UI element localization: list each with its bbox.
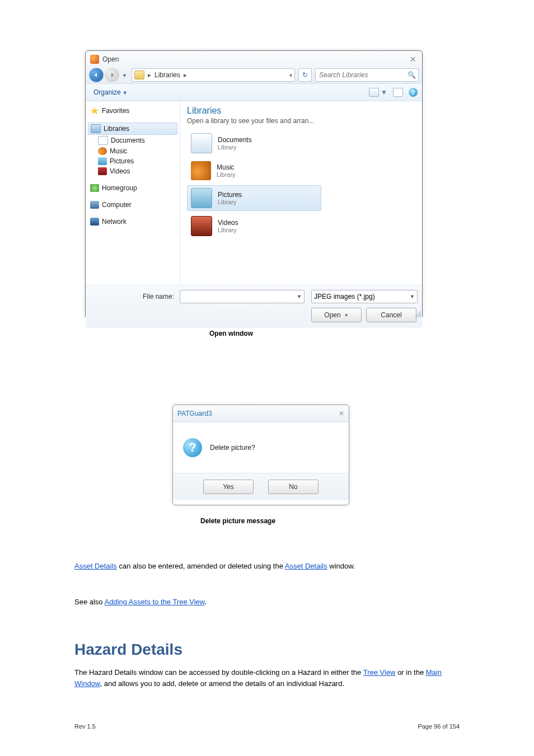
chevron-right-icon: ▸ (148, 71, 151, 79)
link-asset-details[interactable]: Asset Details (74, 562, 117, 570)
star-icon (90, 107, 99, 115)
navigation-bar: ▾ ▸ Libraries ▸ ▾ ↻ 🔍 (86, 67, 422, 83)
search-icon[interactable]: 🔍 (407, 71, 416, 79)
document-icon (98, 136, 108, 145)
breadcrumb[interactable]: ▸ Libraries ▸ ▾ (132, 68, 295, 82)
videos-icon (191, 216, 212, 236)
open-dialog: Open ✕ ▾ ▸ Libraries ▸ ▾ ↻ 🔍 Organize▼ (85, 50, 423, 319)
libraries-icon (134, 71, 144, 79)
document-icon (191, 133, 212, 153)
file-name-input[interactable]: ▼ (180, 290, 305, 303)
caption-open-window: Open window (209, 330, 253, 337)
videos-icon (98, 167, 107, 175)
tree-pictures[interactable]: Pictures (88, 156, 177, 166)
content-heading: Libraries (187, 106, 418, 116)
organize-button[interactable]: Organize▼ (90, 87, 131, 97)
link-asset-details-window[interactable]: Asset Details (285, 562, 327, 570)
confirm-dialog: PATGuard3 ✕ ? Delete picture? Yes No (172, 405, 349, 505)
content-pane: Libraries Open a library to see your fil… (180, 101, 422, 285)
library-list: DocumentsLibrary MusicLibrary PicturesLi… (187, 130, 321, 239)
music-icon (98, 147, 107, 155)
homegroup-icon (90, 184, 99, 192)
content-subheading: Open a library to see your files and arr… (187, 117, 418, 125)
tree-music[interactable]: Music (88, 146, 177, 156)
open-button[interactable]: Open▼ (311, 308, 362, 322)
file-name-label: File name: (90, 293, 176, 300)
page-footer-left: Rev 1.5 (74, 723, 96, 730)
forward-button[interactable] (105, 68, 119, 82)
back-button[interactable] (89, 68, 104, 82)
chevron-down-icon[interactable]: ▼ (410, 294, 415, 299)
page-footer-right: Page 96 of 154 (418, 723, 460, 730)
link-adding-assets[interactable]: Adding Assets to the Tree View (105, 598, 205, 606)
history-dropdown[interactable]: ▾ (120, 72, 128, 78)
dialog-footer: File name: ▼ JPEG images (*.jpg)▼ Open▼ … (86, 285, 422, 328)
link-tree-view[interactable]: Tree View (363, 668, 396, 677)
computer-icon (90, 201, 99, 209)
cancel-button[interactable]: Cancel (366, 308, 416, 322)
chevron-down-icon[interactable]: ▼ (297, 294, 302, 299)
confirm-titlebar: PATGuard3 ✕ (173, 405, 349, 422)
navigation-tree: Favorites Libraries Documents Music Pict… (86, 101, 180, 285)
toolbar: Organize▼ ▼ ? (86, 83, 422, 101)
tree-network[interactable]: Network (88, 217, 177, 227)
no-button[interactable]: No (268, 480, 318, 494)
close-icon[interactable]: ✕ (339, 410, 344, 417)
chevron-right-icon: ▸ (184, 71, 187, 79)
question-icon: ? (183, 438, 202, 457)
paragraph-hazard-details: The Hazard Details window can be accesse… (74, 667, 460, 689)
preview-pane-button[interactable] (393, 88, 403, 97)
refresh-button[interactable]: ↻ (298, 68, 312, 82)
tree-documents[interactable]: Documents (88, 135, 177, 146)
file-type-combo[interactable]: JPEG images (*.jpg)▼ (311, 290, 418, 303)
yes-button[interactable]: Yes (203, 480, 254, 494)
pictures-icon (191, 188, 212, 208)
breadcrumb-item[interactable]: Libraries (154, 71, 180, 79)
tree-videos[interactable]: Videos (88, 166, 177, 176)
view-button[interactable]: ▼ (369, 88, 387, 97)
tree-computer[interactable]: Computer (88, 200, 177, 210)
paragraph-asset-details: Asset Details can also be entered, amend… (74, 561, 460, 572)
paragraph-see-also: See also Adding Assets to the Tree View. (74, 597, 460, 608)
split-arrow-icon[interactable]: ▼ (344, 313, 349, 318)
view-icon (369, 88, 379, 97)
music-icon (191, 161, 211, 180)
resize-grip[interactable] (414, 311, 421, 317)
window-title: Open (102, 55, 119, 63)
search-input[interactable] (318, 71, 407, 79)
confirm-message: Delete picture? (210, 444, 255, 452)
close-icon[interactable]: ✕ (407, 55, 419, 64)
tree-favorites[interactable]: Favorites (88, 106, 177, 116)
tree-libraries[interactable]: Libraries (88, 123, 177, 135)
libraries-icon (91, 124, 101, 133)
caption-delete-picture: Delete picture message (200, 517, 275, 525)
library-item-music[interactable]: MusicLibrary (187, 158, 321, 183)
network-icon (90, 218, 99, 226)
tree-homegroup[interactable]: Homegroup (88, 183, 177, 193)
search-box[interactable]: 🔍 (315, 68, 419, 82)
chevron-down-icon: ▼ (381, 88, 387, 96)
pictures-icon (98, 157, 107, 165)
help-button[interactable]: ? (409, 88, 418, 97)
library-item-pictures[interactable]: PicturesLibrary (187, 185, 321, 211)
library-item-videos[interactable]: VideosLibrary (187, 213, 321, 239)
confirm-title: PATGuard3 (177, 410, 212, 417)
titlebar: Open ✕ (86, 51, 422, 67)
breadcrumb-dropdown[interactable]: ▾ (289, 72, 292, 78)
heading-hazard-details: Hazard Details (74, 641, 182, 659)
app-icon (90, 55, 99, 64)
library-item-documents[interactable]: DocumentsLibrary (187, 130, 321, 156)
